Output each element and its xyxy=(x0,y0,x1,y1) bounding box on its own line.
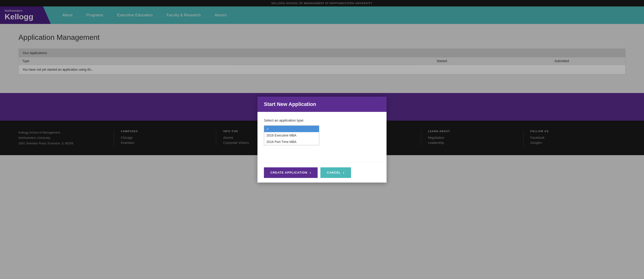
modal-body: Select an application type: 2016 Executi… xyxy=(258,112,386,155)
modal-header: Start New Application xyxy=(258,97,386,112)
modal-dialog: Start New Application Select an applicat… xyxy=(258,97,386,155)
select-label: Select an application type: xyxy=(264,118,380,122)
modal-title: Start New Application xyxy=(264,101,316,107)
dropdown-option-exec-mba[interactable]: 2016 Executive MBA xyxy=(264,132,319,139)
dropdown-option-blank[interactable] xyxy=(264,126,319,132)
dropdown-list[interactable]: 2016 Executive MBA 2016 Part-Time MBA xyxy=(264,125,319,145)
modal-overlay: Start New Application Select an applicat… xyxy=(0,0,644,155)
application-type-dropdown[interactable]: 2016 Executive MBA 2016 Part-Time MBA xyxy=(264,125,319,145)
dropdown-option-part-time-mba[interactable]: 2016 Part-Time MBA xyxy=(264,139,319,145)
